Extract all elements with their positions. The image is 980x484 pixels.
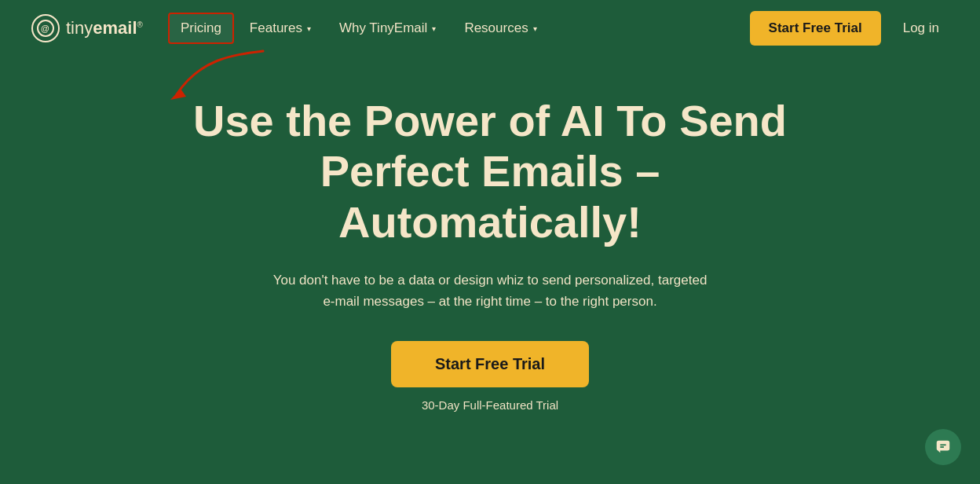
- hero-subtext: You don't have to be a data or design wh…: [270, 270, 710, 312]
- nav-login-button[interactable]: Log in: [894, 14, 949, 42]
- hero-start-trial-button[interactable]: Start Free Trial: [391, 341, 589, 387]
- navbar-left: @ tinyemail® Pricing Features ▾ Why Tiny…: [31, 13, 550, 44]
- navbar: @ tinyemail® Pricing Features ▾ Why Tiny…: [0, 0, 980, 57]
- nav-why[interactable]: Why TinyEmail ▾: [327, 13, 448, 44]
- logo-icon: @: [31, 14, 60, 42]
- nav-links: Pricing Features ▾ Why TinyEmail ▾ Resou…: [168, 13, 550, 44]
- logo[interactable]: @ tinyemail®: [31, 14, 143, 42]
- nav-resources[interactable]: Resources ▾: [452, 13, 549, 44]
- features-chevron-icon: ▾: [307, 24, 311, 33]
- chat-bubble-button[interactable]: [925, 429, 961, 465]
- nav-pricing[interactable]: Pricing: [168, 13, 234, 44]
- nav-features[interactable]: Features ▾: [237, 13, 324, 44]
- resources-chevron-icon: ▾: [533, 24, 537, 33]
- hero-section: Use the Power of AI To Send Perfect Emai…: [0, 57, 980, 412]
- trial-note: 30-Day Full-Featured Trial: [422, 398, 558, 412]
- hero-heading: Use the Power of AI To Send Perfect Emai…: [184, 96, 796, 248]
- logo-text: tinyemail®: [66, 18, 143, 38]
- why-chevron-icon: ▾: [432, 24, 436, 33]
- svg-text:@: @: [41, 24, 49, 33]
- navbar-right: Start Free Trial Log in: [750, 11, 949, 46]
- nav-start-trial-button[interactable]: Start Free Trial: [750, 11, 881, 46]
